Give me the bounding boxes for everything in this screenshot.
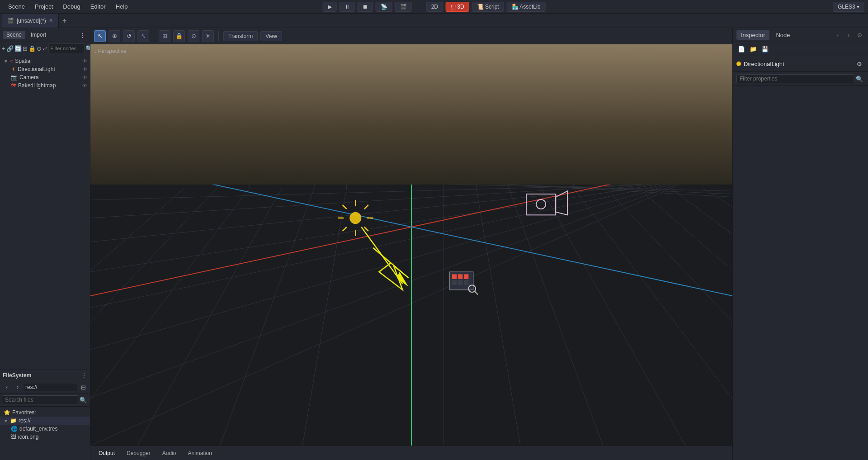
fs-back-button[interactable]: ‹: [2, 382, 12, 392]
baked-eye-icon[interactable]: 👁: [82, 83, 87, 88]
output-tab[interactable]: Output: [94, 448, 119, 458]
tab-close-button[interactable]: ✕: [49, 18, 53, 24]
inspector-object-button[interactable]: ⊙: [854, 30, 864, 40]
tree-item-directionallight[interactable]: ☀ DirectionalLight 👁: [0, 65, 90, 73]
debugger-tab[interactable]: Debugger: [122, 448, 155, 458]
camera-button[interactable]: ⊙: [188, 30, 199, 42]
svg-point-56: [536, 199, 546, 209]
node-color-indicator: [736, 62, 741, 66]
renderer-selector[interactable]: GLES3 ▾: [833, 2, 864, 12]
tree-item-spatial[interactable]: ▼ ○ Spatial 👁: [0, 57, 90, 65]
local-space-button[interactable]: ⊞: [159, 30, 170, 42]
menu-editor[interactable]: Editor: [86, 1, 110, 12]
movie-button[interactable]: 🎬: [395, 2, 412, 12]
menu-help[interactable]: Help: [111, 1, 132, 12]
svg-line-14: [302, 188, 347, 446]
svg-marker-51: [373, 248, 408, 290]
svg-point-42: [349, 212, 361, 224]
refresh-button[interactable]: 🔄: [14, 43, 22, 53]
sun-button[interactable]: ☀: [202, 30, 214, 42]
viewport-canvas[interactable]: : Perspective .grid-line { stroke: #3a3d…: [90, 44, 732, 446]
btn-script[interactable]: 📜 Script: [472, 2, 504, 12]
animation-tab[interactable]: Animation: [183, 448, 216, 458]
fs-item-icon-png[interactable]: 🖼 icon.png: [0, 433, 90, 441]
new-script-button[interactable]: 📄: [736, 44, 746, 54]
tree-item-bakedlightmap[interactable]: 🗺 BakedLightmap 👁: [0, 81, 90, 90]
panel-tab-import[interactable]: Import: [27, 31, 50, 39]
play-button[interactable]: ▶: [323, 2, 337, 12]
svg-line-23: [541, 188, 685, 446]
fs-search-icon[interactable]: 🔍: [78, 395, 88, 405]
filter-properties-input[interactable]: [736, 74, 854, 83]
filter-props-search-icon[interactable]: 🔍: [854, 74, 864, 84]
dirlight-eye-icon[interactable]: 👁: [82, 66, 87, 72]
filter-nodes-input[interactable]: [48, 43, 85, 53]
camera-eye-icon[interactable]: 👁: [82, 75, 87, 80]
select-tool-button[interactable]: ↖: [94, 30, 106, 42]
svg-line-17: [90, 188, 250, 446]
fs-forward-button[interactable]: ›: [13, 382, 23, 392]
dirlight-label: DirectionalLight: [18, 66, 55, 72]
tree-item-camera[interactable]: 📷 Camera 👁: [0, 73, 90, 81]
res-folder-icon: 📁: [10, 417, 17, 424]
open-script-button[interactable]: 📁: [748, 44, 758, 54]
fs-menu-button[interactable]: ⋮: [81, 372, 87, 379]
tab-add-button[interactable]: +: [59, 15, 71, 27]
svg-line-50: [343, 227, 347, 231]
inspector-forward-button[interactable]: ›: [844, 30, 854, 40]
grid-button[interactable]: ⊞: [23, 43, 28, 53]
spatial-eye-icon[interactable]: 👁: [82, 58, 87, 64]
camera-type-icon: 📷: [11, 74, 18, 81]
filesystem-panel: FileSystem ⋮ ‹ › res:// ⊟ 🔍 ⭐ Favorites: [0, 370, 90, 460]
lock-button[interactable]: 🔒: [28, 43, 36, 53]
add-node-button[interactable]: +: [2, 43, 5, 53]
view-menu[interactable]: View: [260, 31, 282, 41]
search-icon[interactable]: 🔍: [85, 43, 90, 53]
res-expand-icon: ▼: [4, 418, 8, 423]
snap-button[interactable]: 🔒: [173, 30, 185, 42]
move-tool-button[interactable]: ⊕: [108, 30, 120, 42]
fs-header: FileSystem ⋮: [0, 370, 90, 381]
audio-tab[interactable]: Audio: [158, 448, 181, 458]
inspector-tab-node[interactable]: Node: [771, 30, 794, 40]
inspector-tab-inspector[interactable]: Inspector: [736, 30, 769, 40]
transform-menu[interactable]: Transform: [223, 31, 258, 41]
fs-item-favorites[interactable]: ⭐ Favorites:: [0, 408, 90, 417]
toolbar-separator-2: [218, 31, 219, 41]
rotate-tool-button[interactable]: ↺: [123, 30, 135, 42]
menu-scene[interactable]: Scene: [4, 1, 29, 12]
fs-item-res[interactable]: ▼ 📁 res://: [0, 417, 90, 425]
svg-line-21: [476, 188, 520, 446]
svg-line-19: [90, 188, 184, 446]
tab-label: [unsaved](*): [17, 18, 46, 24]
favorites-label: Favorites:: [12, 409, 36, 416]
menu-debug[interactable]: Debug: [58, 1, 85, 12]
search-files-input[interactable]: [2, 395, 78, 404]
spatial-label: Spatial: [15, 58, 32, 64]
content-row: Scene Import ⋮ + 🔗 🔄 ⊞ 🔒 ⊙ ⇌ 🔍: [0, 28, 868, 460]
fs-title: FileSystem: [3, 372, 31, 379]
camera-gizmo: [526, 191, 567, 215]
node-settings-button[interactable]: ⚙: [854, 59, 864, 69]
btn-2d[interactable]: 2D: [426, 2, 443, 12]
circle-button[interactable]: ⊙: [37, 43, 42, 53]
scene-panel-header: Scene Import ⋮: [0, 28, 90, 42]
inspector-back-button[interactable]: ‹: [833, 30, 843, 40]
panel-tab-scene[interactable]: Scene: [3, 31, 25, 39]
btn-3d[interactable]: ⬚ 3D: [446, 2, 469, 12]
link-button[interactable]: 🔗: [6, 43, 14, 53]
expand-icon: ▼: [4, 59, 8, 64]
connect-button[interactable]: ⇌: [42, 43, 47, 53]
menu-project[interactable]: Project: [30, 1, 57, 12]
stop-button[interactable]: ⏹: [358, 2, 373, 12]
remote-button[interactable]: 📡: [376, 2, 392, 12]
scene-panel-menu[interactable]: ⋮: [77, 30, 87, 40]
scene-tab[interactable]: 🎬 [unsaved](*) ✕: [2, 14, 59, 28]
pause-button[interactable]: ⏸: [340, 2, 355, 12]
fs-layout-button[interactable]: ⊟: [78, 382, 88, 392]
scale-tool-button[interactable]: ⤡: [137, 30, 149, 42]
btn-assetlib[interactable]: 🏪 AssetLib: [507, 2, 546, 12]
save-script-button[interactable]: 💾: [760, 44, 770, 54]
scene-panel: Scene Import ⋮ + 🔗 🔄 ⊞ 🔒 ⊙ ⇌ 🔍: [0, 28, 90, 370]
fs-item-default-env[interactable]: 🌐 default_env.tres: [0, 425, 90, 433]
